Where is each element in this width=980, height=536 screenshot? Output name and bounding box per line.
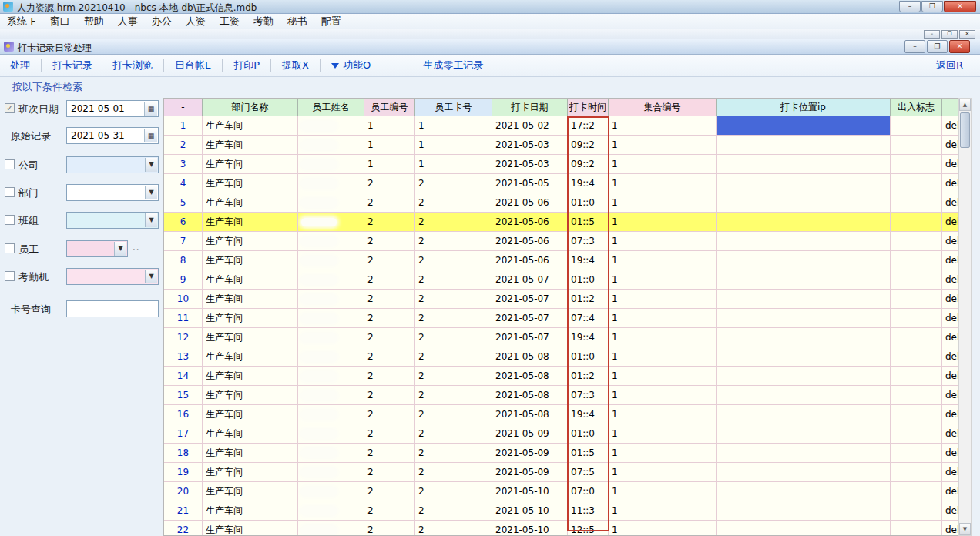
card-no-cell[interactable]: 2 bbox=[415, 424, 492, 444]
employee-name-cell[interactable] bbox=[298, 213, 364, 232]
punch-date-cell[interactable]: 2021-05-10 bbox=[492, 521, 568, 536]
employee-no-cell[interactable]: 2 bbox=[364, 521, 415, 536]
group-no-cell[interactable]: 1 bbox=[609, 367, 717, 386]
menu-item[interactable]: 窗口 bbox=[43, 14, 77, 29]
group-no-cell[interactable]: 1 bbox=[609, 444, 717, 463]
punch-time-cell[interactable]: 01::5 bbox=[568, 213, 609, 232]
menu-item[interactable]: 帮助 bbox=[77, 14, 111, 29]
group-no-cell[interactable]: 1 bbox=[609, 232, 717, 251]
calendar-picker-icon[interactable]: ▦ bbox=[144, 102, 157, 116]
extra-cell[interactable]: deli bbox=[942, 251, 958, 270]
group-no-cell[interactable]: 1 bbox=[609, 386, 717, 405]
department-cell[interactable]: 生产车间 bbox=[203, 309, 298, 328]
punch-location-ip-cell[interactable] bbox=[717, 405, 891, 424]
scroll-up-icon[interactable]: ▲ bbox=[959, 99, 971, 111]
punch-location-ip-cell[interactable] bbox=[717, 367, 891, 386]
punch-time-cell[interactable]: 07::4 bbox=[568, 309, 609, 328]
card-no-cell[interactable]: 1 bbox=[415, 116, 492, 136]
department-cell[interactable]: 生产车间 bbox=[203, 501, 298, 521]
table-row[interactable]: 22 生产车间 2 2 2021-05-10 12::5 1 deli bbox=[164, 521, 958, 536]
row-number-cell[interactable]: 15 bbox=[164, 386, 203, 405]
toolbar-back-button[interactable]: 返回R bbox=[936, 59, 963, 72]
punch-location-ip-cell[interactable] bbox=[717, 270, 891, 290]
employee-name-cell[interactable] bbox=[298, 482, 364, 501]
in-out-flag-cell[interactable] bbox=[891, 521, 942, 536]
department-cell[interactable]: 生产车间 bbox=[203, 174, 298, 193]
department-cell[interactable]: 生产车间 bbox=[203, 328, 298, 347]
table-header-cell[interactable]: 打卡时间 bbox=[568, 99, 609, 116]
group-no-cell[interactable]: 1 bbox=[609, 405, 717, 424]
toolbar-print-button[interactable]: 打印P bbox=[223, 59, 270, 72]
table-row[interactable]: 10 生产车间 2 2 2021-05-07 01::2 1 deli bbox=[164, 290, 958, 309]
card-no-cell[interactable]: 2 bbox=[415, 328, 492, 347]
row-number-cell[interactable]: 4 bbox=[164, 174, 203, 193]
department-cell[interactable]: 生产车间 bbox=[203, 232, 298, 251]
group-no-cell[interactable]: 1 bbox=[609, 155, 717, 174]
punch-time-cell[interactable]: 09::2 bbox=[568, 155, 609, 174]
table-row[interactable]: 19 生产车间 2 2 2021-05-09 07::5 1 deli bbox=[164, 463, 958, 482]
row-number-cell[interactable]: 11 bbox=[164, 309, 203, 328]
menu-item[interactable]: 配置 bbox=[314, 14, 348, 29]
department-cell[interactable]: 生产车间 bbox=[203, 290, 298, 309]
extra-cell[interactable]: deli bbox=[942, 501, 958, 521]
menu-item[interactable]: 办公 bbox=[145, 14, 179, 29]
extra-cell[interactable]: deli bbox=[942, 347, 958, 367]
card-no-cell[interactable]: 2 bbox=[415, 347, 492, 367]
group-no-cell[interactable]: 1 bbox=[609, 328, 717, 347]
card-no-cell[interactable]: 2 bbox=[415, 367, 492, 386]
punch-location-ip-cell[interactable] bbox=[717, 116, 891, 136]
table-header-cell[interactable]: 集合编号 bbox=[609, 99, 717, 116]
punch-date-cell[interactable]: 2021-05-03 bbox=[492, 155, 568, 174]
punch-time-cell[interactable]: 19::4 bbox=[568, 328, 609, 347]
in-out-flag-cell[interactable] bbox=[891, 232, 942, 251]
toolbar-daily-ledger-button[interactable]: 日台帐E bbox=[165, 59, 221, 72]
punch-date-cell[interactable]: 2021-05-10 bbox=[492, 501, 568, 521]
employee-combobox[interactable]: ▼ bbox=[66, 240, 128, 257]
employee-name-cell[interactable] bbox=[298, 367, 364, 386]
employee-name-cell[interactable] bbox=[298, 232, 364, 251]
employee-no-cell[interactable]: 1 bbox=[364, 116, 415, 136]
table-row[interactable]: 16 生产车间 2 2 2021-05-08 19::4 1 deli bbox=[164, 405, 958, 424]
mdi-minimize-button[interactable]: – bbox=[924, 30, 940, 39]
table-row[interactable]: 2 生产车间 1 1 2021-05-03 09::2 1 deli bbox=[164, 136, 958, 155]
punch-location-ip-cell[interactable] bbox=[717, 193, 891, 213]
row-number-cell[interactable]: 3 bbox=[164, 155, 203, 174]
punch-time-cell[interactable]: 01::0 bbox=[568, 424, 609, 444]
employee-no-cell[interactable]: 2 bbox=[364, 501, 415, 521]
group-no-cell[interactable]: 1 bbox=[609, 482, 717, 501]
punch-date-cell[interactable]: 2021-05-08 bbox=[492, 386, 568, 405]
chevron-down-icon[interactable]: ▼ bbox=[145, 158, 157, 172]
vertical-scrollbar[interactable]: ▲ ▼ bbox=[958, 98, 972, 536]
employee-name-cell[interactable] bbox=[298, 501, 364, 521]
department-cell[interactable]: 生产车间 bbox=[203, 521, 298, 536]
table-header-cell[interactable]: 员工编号 bbox=[364, 99, 415, 116]
team-checkbox[interactable]: ✓ bbox=[5, 215, 15, 225]
table-row[interactable]: 8 生产车间 2 2 2021-05-06 19::4 1 deli bbox=[164, 251, 958, 270]
extra-cell[interactable]: deli bbox=[942, 309, 958, 328]
punch-date-cell[interactable]: 2021-05-08 bbox=[492, 367, 568, 386]
punch-time-cell[interactable]: 19::4 bbox=[568, 405, 609, 424]
chevron-down-icon[interactable]: ▼ bbox=[145, 270, 157, 283]
department-cell[interactable]: 生产车间 bbox=[203, 155, 298, 174]
row-number-cell[interactable]: 16 bbox=[164, 405, 203, 424]
toolbar-punch-record-button[interactable]: 打卡记录 bbox=[42, 59, 102, 72]
employee-name-cell[interactable] bbox=[298, 290, 364, 309]
punch-date-cell[interactable]: 2021-05-10 bbox=[492, 482, 568, 501]
in-out-flag-cell[interactable] bbox=[891, 424, 942, 444]
card-no-cell[interactable]: 2 bbox=[415, 405, 492, 424]
punch-time-cell[interactable]: 07::3 bbox=[568, 386, 609, 405]
punch-date-cell[interactable]: 2021-05-07 bbox=[492, 290, 568, 309]
punch-location-ip-cell[interactable] bbox=[717, 347, 891, 367]
company-checkbox[interactable]: ✓ bbox=[5, 159, 15, 169]
department-cell[interactable]: 生产车间 bbox=[203, 424, 298, 444]
row-number-cell[interactable]: 1 bbox=[164, 116, 203, 136]
extra-cell[interactable]: deli bbox=[942, 521, 958, 536]
calendar-picker-icon[interactable]: ▦ bbox=[144, 129, 157, 142]
group-no-cell[interactable]: 1 bbox=[609, 463, 717, 482]
in-out-flag-cell[interactable] bbox=[891, 501, 942, 521]
punch-date-cell[interactable]: 2021-05-09 bbox=[492, 444, 568, 463]
extra-cell[interactable]: deli bbox=[942, 386, 958, 405]
employee-no-cell[interactable]: 2 bbox=[364, 328, 415, 347]
raw-record-date-input[interactable]: 2021-05-31 ▦ bbox=[66, 127, 159, 144]
company-combobox[interactable]: ▼ bbox=[66, 156, 159, 173]
